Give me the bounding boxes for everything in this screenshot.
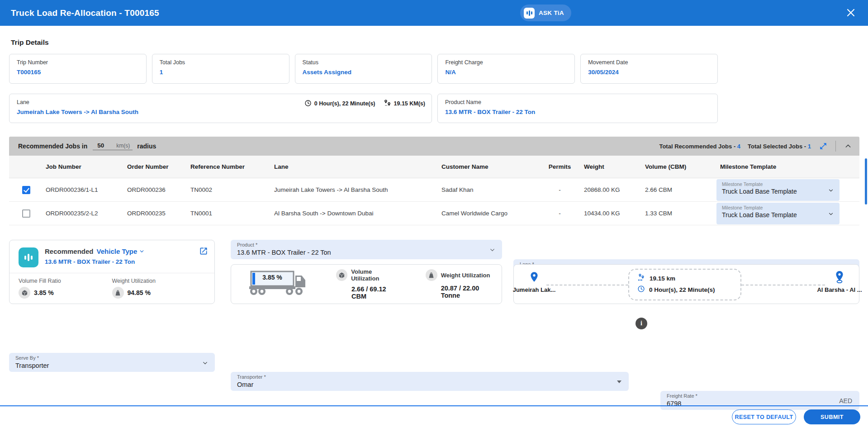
footer-divider	[0, 405, 868, 406]
serve-by-value: Transporter	[15, 362, 209, 369]
weight: 20868.00 KG	[581, 186, 642, 193]
weight-utilization-label: Weight Utilization	[441, 272, 490, 279]
vehicle-type-dropdown[interactable]: Vehicle Type	[97, 247, 145, 255]
chevron-down-icon	[828, 211, 834, 219]
freight-charge-value: N/A	[445, 69, 567, 76]
route-distance: 19.15 km	[650, 275, 675, 282]
distance-pins-icon	[637, 273, 645, 283]
movement-date-card: Movement Date 30/05/2024	[580, 54, 718, 84]
destination-pin-icon	[834, 277, 845, 285]
col-customer-name: Customer Name	[439, 163, 538, 170]
cube-icon	[336, 269, 347, 281]
freight-rate-label: Freight Rate *	[667, 393, 853, 399]
weight-utilization-label: Weight Utilization	[112, 278, 206, 284]
lane: Jumeirah Lake Towers -> Al Barsha South	[271, 186, 439, 193]
table-scrollbar[interactable]	[865, 158, 867, 204]
customer-name: Sadaf Khan	[439, 186, 538, 193]
lane-value: Jumeirah Lake Towers -> Al Barsha South	[17, 109, 424, 115]
submit-button[interactable]: SUBMIT	[804, 409, 860, 424]
chevron-down-icon	[489, 247, 496, 255]
table-row: ORDR000236/1-L1 ORDR000236 TN0002 Jumeir…	[9, 178, 859, 202]
ask-tia-label: ASK TiA	[539, 10, 564, 16]
info-icon[interactable]: i	[636, 318, 647, 329]
dialog-title: Truck Load Re-Allocation - T000165	[11, 8, 159, 18]
volume-utilization-label: Volume Utilization	[351, 268, 400, 282]
close-icon[interactable]	[845, 7, 856, 18]
col-weight: Weight	[581, 163, 642, 170]
transporter-label: Transporter *	[237, 374, 622, 380]
radius-input[interactable]	[97, 142, 116, 149]
volume: 1.33 CBM	[642, 210, 710, 217]
currency-suffix: AED	[839, 397, 852, 404]
product-select-value: 13.6 MTR - BOX Trailer - 22 Ton	[237, 249, 496, 256]
status-value: Assets Assigned	[303, 69, 425, 76]
reset-to-default-button[interactable]: RESET TO DEFAULT	[732, 409, 796, 424]
clock-icon	[637, 285, 645, 295]
product-select-label: Product *	[237, 242, 496, 247]
expand-icon[interactable]	[818, 141, 828, 151]
recommended-jobs-title-prefix: Recommended Jobs in	[18, 143, 87, 150]
transporter-value: Omar	[237, 381, 622, 388]
total-jobs-card: Total Jobs 1	[152, 54, 289, 84]
serve-by-label: Serve By *	[15, 355, 209, 361]
trip-number-card: Trip Number T000165	[9, 54, 147, 84]
trip-detail-cards: Trip Number T000165 Total Jobs 1 Status …	[9, 54, 718, 84]
weight-utilization-value: 20.87 / 22.00 Tonne	[441, 285, 497, 299]
serve-by-select[interactable]: Serve By * Transporter	[9, 353, 215, 372]
col-permits: Permits	[538, 163, 581, 170]
jobs-table: Job Number Order Number Reference Number…	[9, 156, 859, 225]
milestone-template-select[interactable]: Milestone Template Truck Load Base Templ…	[716, 179, 840, 201]
route-card: Jumeirah Lak... 19.15 km 0 Hour(s), 22 M…	[513, 264, 859, 304]
weight-icon	[112, 287, 124, 299]
truck-fill-percentage: 3.85 %	[253, 274, 292, 281]
total-jobs-label: Total Jobs	[160, 59, 282, 66]
recommended-jobs-bar: Recommended Jobs in km(s) radius Total R…	[9, 137, 859, 156]
product-select[interactable]: Product * 13.6 MTR - BOX Trailer - 22 To…	[231, 240, 502, 259]
radius-unit: km(s)	[116, 143, 130, 149]
row-checkbox[interactable]	[22, 186, 30, 194]
recommended-jobs-title-suffix: radius	[137, 143, 156, 150]
bar-divider	[835, 141, 836, 152]
route-duration: 0 Hour(s), 22 Minute(s)	[649, 286, 715, 293]
col-reference-number: Reference Number	[188, 163, 271, 170]
job-number: ORDR000236/1-L1	[43, 186, 124, 193]
open-in-new-icon[interactable]	[199, 247, 208, 257]
row-checkbox[interactable]	[22, 209, 30, 218]
col-milestone-template: Milestone Template	[710, 163, 859, 170]
product-name-card: Product Name 13.6 MTR - BOX Trailer - 22…	[437, 94, 718, 123]
status-card: Status Assets Assigned	[295, 54, 432, 84]
freight-charge-card: Freight Charge N/A	[437, 54, 575, 84]
milestone-template-select[interactable]: Milestone Template Truck Load Base Templ…	[716, 203, 840, 224]
ask-tia-button[interactable]: ASK TiA	[520, 5, 571, 21]
clock-icon	[304, 100, 312, 108]
vehicle-name: 13.6 MTR - BOX Trailer - 22 Ton	[45, 258, 145, 265]
job-number: ORDR000235/2-L2	[43, 210, 124, 217]
lane-card: Lane Jumeirah Lake Towers -> Al Barsha S…	[9, 94, 432, 123]
trip-number-value: T000165	[17, 69, 139, 76]
vehicle-equalizer-icon	[19, 247, 38, 267]
customer-name: Camel Worldwide Cargo	[439, 210, 538, 217]
truck-utilization-card: 3.85 % Volume Utilization 2.66 / 69.12 C…	[231, 264, 502, 304]
freight-rate-field[interactable]: Freight Rate * AED	[660, 391, 859, 410]
volume-fill-ratio-label: Volume Fill Ratio	[19, 278, 112, 284]
total-selected-jobs: Total Selected Jobs - 1	[748, 143, 811, 150]
route-summary-box: 19.15 km 0 Hour(s), 22 Minute(s)	[628, 269, 741, 300]
lane-duration: 0 Hour(s), 22 Minute(s)	[314, 100, 375, 107]
status-label: Status	[303, 59, 425, 66]
trip-details-heading: Trip Details	[11, 38, 49, 47]
table-row: ORDR000235/2-L2 ORDR000235 TN0001 Al Bar…	[9, 202, 859, 225]
transporter-select[interactable]: Transporter * Omar	[231, 372, 629, 391]
recommended-label: Recommended	[45, 247, 94, 255]
chevron-down-icon	[828, 187, 834, 195]
reference-number: TN0001	[188, 210, 271, 217]
collapse-chevron-icon[interactable]	[843, 141, 853, 151]
recommended-vehicle-card: Recommended Vehicle Type 13.6 MTR - BOX …	[9, 240, 215, 304]
product-name-label: Product Name	[445, 99, 710, 105]
col-volume: Volume (CBM)	[642, 163, 710, 170]
permits: -	[538, 186, 581, 193]
volume-fill-ratio-value: 3.85 %	[34, 289, 54, 296]
order-number: ORDR000235	[124, 210, 188, 217]
volume-utilization-value: 2.66 / 69.12 CBM	[351, 285, 400, 300]
volume: 2.66 CBM	[642, 186, 710, 193]
movement-date-value: 30/05/2024	[588, 69, 710, 76]
